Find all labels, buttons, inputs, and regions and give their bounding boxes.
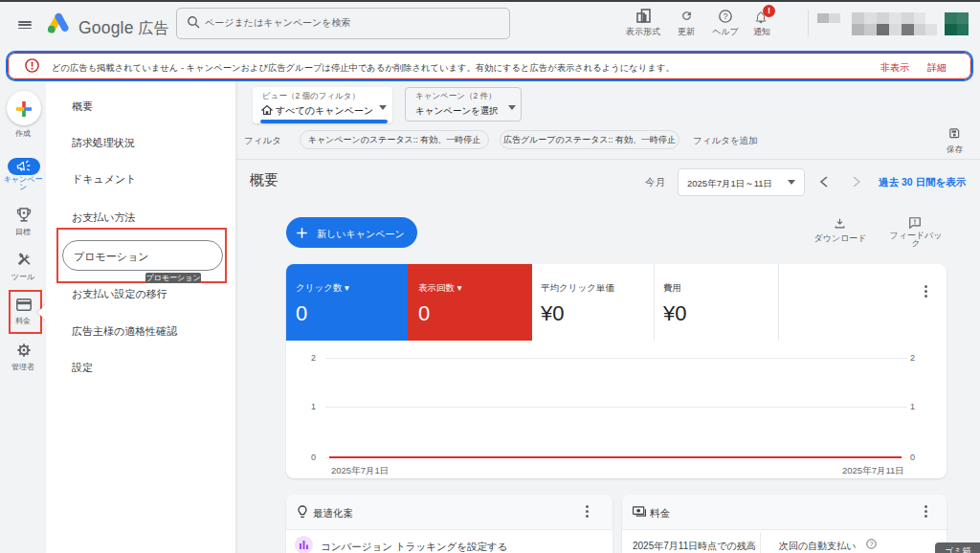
svg-text:?: ? <box>870 541 874 547</box>
svg-text:?: ? <box>723 11 727 21</box>
